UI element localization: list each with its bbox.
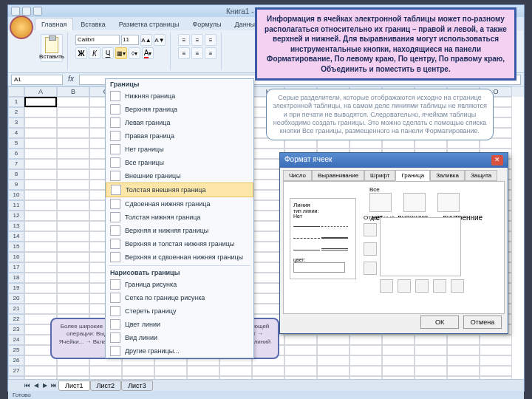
cell[interactable] <box>349 335 382 345</box>
cell[interactable] <box>24 231 57 242</box>
cell[interactable] <box>187 376 219 379</box>
cell[interactable] <box>447 355 480 366</box>
border-diag2-button[interactable] <box>451 279 464 293</box>
cell[interactable] <box>382 366 415 376</box>
cell[interactable] <box>415 376 447 379</box>
cell[interactable] <box>252 366 284 376</box>
cell[interactable] <box>24 211 57 221</box>
row-header[interactable]: 26 <box>8 355 24 366</box>
cell[interactable] <box>57 283 89 293</box>
line-style-option[interactable] <box>321 233 348 239</box>
cell[interactable] <box>24 200 57 211</box>
cell[interactable] <box>24 376 57 379</box>
cell[interactable] <box>284 366 317 376</box>
cell[interactable] <box>89 376 122 379</box>
border-menu-item[interactable]: Сдвоенная нижняя граница <box>106 197 253 211</box>
fill-color-button[interactable]: ◊▾ <box>129 47 140 59</box>
cell[interactable] <box>57 262 89 273</box>
cell[interactable] <box>24 180 57 190</box>
cell[interactable] <box>24 283 57 293</box>
cell[interactable] <box>284 376 317 379</box>
paste-button[interactable]: Вставить <box>41 34 63 62</box>
cell[interactable] <box>57 117 89 128</box>
cell[interactable] <box>317 376 349 379</box>
cell[interactable] <box>24 304 57 314</box>
row-header[interactable]: 22 <box>8 314 24 324</box>
sheet-tab-2[interactable]: Лист2 <box>90 381 122 391</box>
line-style-option[interactable] <box>293 233 320 239</box>
row-header[interactable]: 23 <box>8 324 24 335</box>
align-bottom-icon[interactable]: ≡ <box>205 34 216 46</box>
first-sheet-icon[interactable]: ⏮ <box>23 381 32 390</box>
cell[interactable] <box>24 293 57 304</box>
row-header[interactable]: 5 <box>8 138 24 149</box>
border-menu-item[interactable]: Сетка по границе рисунка <box>106 291 253 304</box>
sheet-tab-3[interactable]: Лист3 <box>121 381 153 391</box>
cell[interactable] <box>24 252 57 262</box>
cell[interactable] <box>447 366 480 376</box>
dlg-tab-align[interactable]: Выравнивание <box>312 170 364 181</box>
cell[interactable] <box>252 376 284 379</box>
cell[interactable] <box>382 376 415 379</box>
preset-outline[interactable] <box>403 193 426 212</box>
shrink-font-icon[interactable]: A▼ <box>154 34 166 46</box>
tab-layout[interactable]: Разметка страницы <box>113 18 185 30</box>
underline-button[interactable]: Ч <box>102 47 114 59</box>
row-header[interactable]: 9 <box>8 180 24 190</box>
tab-home[interactable]: Главная <box>35 18 73 30</box>
cell[interactable] <box>24 97 57 107</box>
font-name-select[interactable]: Calibri <box>75 35 120 45</box>
line-style-option[interactable] <box>321 245 348 250</box>
cell[interactable] <box>154 376 187 379</box>
dlg-tab-border[interactable]: Граница <box>395 170 430 181</box>
last-sheet-icon[interactable]: ⏭ <box>50 381 58 390</box>
row-header[interactable]: 24 <box>8 335 24 345</box>
cell[interactable] <box>284 355 317 366</box>
row-header[interactable]: 1 <box>8 97 24 107</box>
borders-button[interactable]: ▦▾ <box>115 47 127 59</box>
row-header[interactable]: 14 <box>8 231 24 242</box>
cell[interactable] <box>415 345 447 355</box>
save-icon[interactable] <box>11 7 20 16</box>
border-menu-item[interactable]: Верхняя и нижняя границы <box>106 224 253 237</box>
cell[interactable] <box>382 345 415 355</box>
border-menu-item[interactable]: Верхняя граница <box>106 103 253 116</box>
cell[interactable] <box>57 273 89 283</box>
cell[interactable] <box>349 376 382 379</box>
cell[interactable] <box>24 107 57 117</box>
row-header[interactable]: 10 <box>8 190 24 200</box>
line-style-option[interactable] <box>321 221 348 227</box>
border-menu-item[interactable]: Цвет линии <box>106 318 253 331</box>
cell[interactable] <box>57 211 89 221</box>
cell[interactable] <box>57 376 89 379</box>
row-header[interactable]: 28 <box>8 376 24 379</box>
cell[interactable] <box>317 355 349 366</box>
row-header[interactable]: 18 <box>8 273 24 283</box>
cell[interactable] <box>480 335 512 345</box>
cell[interactable] <box>415 355 447 366</box>
tab-formulas[interactable]: Формулы <box>186 18 227 30</box>
border-menu-item[interactable]: Толстая внешняя граница <box>106 183 253 197</box>
row-header[interactable]: 11 <box>8 200 24 211</box>
tab-insert[interactable]: Вставка <box>75 18 111 30</box>
row-header[interactable]: 6 <box>8 149 24 159</box>
cell[interactable] <box>284 335 317 345</box>
cell[interactable] <box>480 366 512 376</box>
border-menu-item[interactable]: Все границы <box>106 156 253 169</box>
row-header[interactable]: 15 <box>8 242 24 252</box>
redo-icon[interactable] <box>33 7 42 16</box>
select-all-corner[interactable] <box>8 86 24 97</box>
row-header[interactable]: 4 <box>8 128 24 138</box>
cell[interactable] <box>57 138 89 149</box>
cell[interactable] <box>317 335 349 345</box>
cell[interactable] <box>122 366 154 376</box>
row-header[interactable]: 21 <box>8 304 24 314</box>
next-sheet-icon[interactable]: ▶ <box>41 381 50 390</box>
border-left-button[interactable] <box>398 279 411 293</box>
cell[interactable] <box>122 376 154 379</box>
border-mid-h-button[interactable] <box>364 242 377 256</box>
line-style-option[interactable] <box>293 245 320 250</box>
row-header[interactable]: 19 <box>8 283 24 293</box>
border-right-button[interactable] <box>433 279 446 293</box>
cell[interactable] <box>57 180 89 190</box>
